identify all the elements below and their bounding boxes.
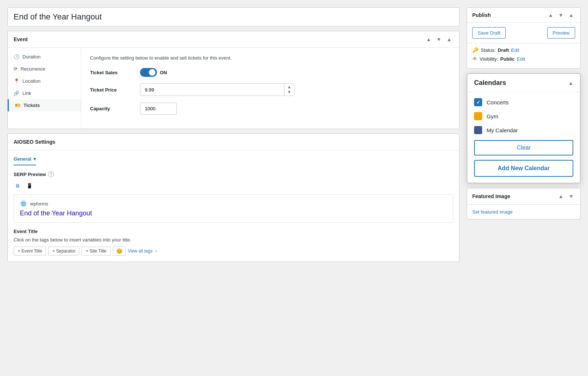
price-down-btn[interactable]: ▼ [285,90,293,95]
sidebar-item-tickets[interactable]: 🎫 Tickets [8,99,81,111]
calendar-item-gym: Gym [474,112,573,120]
location-icon: 📍 [14,78,19,84]
title-input-wrap [7,7,459,26]
serp-site-row: 🌐 wpforms [20,200,447,207]
capacity-row: Capacity [90,103,450,115]
calendars-title: Calendars [474,79,506,87]
calendar-item-concerts: ✓ Concerts [474,98,573,106]
event-content-description: Configure the setting below to enable an… [90,55,450,61]
featured-down-btn[interactable]: ▼ [567,193,575,200]
site-title-tag-btn[interactable]: + Site Title [82,247,110,255]
general-tab[interactable]: General ▾ [14,156,36,165]
separator-tag-btn[interactable]: + Separator [48,247,79,255]
ticket-price-input-wrap: ▲ ▼ [140,83,294,96]
status-label: Status: [481,47,495,53]
event-panel-title: Event [14,36,28,42]
save-draft-button[interactable]: Save Draft [472,27,506,39]
event-title-section: Event Title Click on the tags below to i… [14,229,453,256]
sidebar-item-label: Tickets [24,103,40,108]
capacity-label: Capacity [90,106,134,111]
mobile-device-btn[interactable]: 📱 [25,182,34,190]
clear-button[interactable]: Clear [474,140,573,155]
desktop-icon: 🖥 [15,183,20,189]
aioseo-header: AIOSEO Settings [8,134,459,150]
featured-image-body: Set featured image [467,205,580,219]
visibility-label: Visibility: [480,56,498,62]
calendars-header: Calendars ▲ [467,74,580,92]
event-title-description: Click on the tags below to insert variab… [14,237,453,243]
aioseo-panel: AIOSEO Settings General ▾ SERP Preview ?… [7,133,459,262]
mycalendar-label: My Calendar [487,127,518,133]
sidebar-item-recurrence[interactable]: ⟳ Recurrence [8,63,81,75]
ticket-sales-toggle[interactable] [140,68,157,77]
link-icon: 🔗 [14,90,19,96]
chevron-down-icon: ▾ [33,156,36,162]
help-icon[interactable]: ? [48,171,54,177]
mycalendar-checkbox[interactable] [474,126,482,134]
event-panel-down-btn[interactable]: ▼ [435,36,443,43]
sidebar-item-location[interactable]: 📍 Location [8,75,81,87]
emoji-tag-btn[interactable]: 😊 [113,246,126,256]
refresh-icon: ⟳ [14,66,18,72]
gym-checkbox[interactable] [474,112,482,120]
featured-panel-controls: ▲ ▼ [557,193,575,200]
event-panel-up-btn[interactable]: ▲ [424,36,433,43]
publish-meta: 🔑 Status: Draft Edit 👁 Visibility: Publi… [467,43,580,68]
event-panel-close-btn[interactable]: ▲ [445,36,453,43]
ticket-sales-label: Ticket Sales [90,70,134,75]
view-all-tags-link[interactable]: View all tags → [128,248,158,254]
right-sidebar: Publish ▲ ▼ ▲ Save Draft Preview 🔑 Statu… [467,7,581,369]
eye-icon: 👁 [472,56,477,62]
set-featured-image-link[interactable]: Set featured image [472,209,513,215]
serp-site-icon: 🌐 [20,200,27,207]
visibility-row: 👁 Visibility: Public Edit [472,56,575,62]
ticket-icon: 🎫 [15,103,21,108]
serp-preview-label: SERP Preview [14,172,46,177]
toggle-slider [140,68,157,77]
serp-site-name: wpforms [30,201,48,207]
event-title-tag-btn[interactable]: + Event Title [14,247,46,255]
sidebar-item-link[interactable]: 🔗 Link [8,87,81,99]
ticket-price-input[interactable] [140,84,284,96]
calendars-collapse-btn[interactable]: ▲ [568,80,573,86]
mobile-icon: 📱 [26,183,33,189]
publish-btn-row: Save Draft Preview [467,23,580,43]
publish-panel: Publish ▲ ▼ ▲ Save Draft Preview 🔑 Statu… [467,7,581,69]
serp-section: SERP Preview ? 🖥 📱 [14,171,453,223]
serp-device-row: 🖥 📱 [14,182,453,190]
tag-buttons-row: + Event Title + Separator + Site Title 😊… [14,246,453,256]
event-title-section-label: Event Title [14,229,453,234]
ticket-price-label: Ticket Price [90,87,134,93]
publish-up-btn[interactable]: ▲ [546,11,555,19]
general-tab-label: General [14,156,31,162]
serp-label: SERP Preview ? [14,171,453,177]
concerts-checkbox[interactable]: ✓ [474,98,482,106]
featured-up-btn[interactable]: ▲ [557,193,565,200]
calendar-item-mycalendar: My Calendar [474,126,573,134]
aioseo-body: General ▾ SERP Preview ? 🖥 📱 [8,150,459,262]
event-panel: Event ▲ ▼ ▲ 🕐 Duration ⟳ Recurrence [7,31,459,129]
add-new-calendar-button[interactable]: Add New Calendar [474,160,573,177]
preview-button[interactable]: Preview [547,27,575,39]
publish-down-btn[interactable]: ▼ [557,11,565,19]
status-value: Draft [498,47,509,53]
visibility-value: Public [500,56,514,62]
gym-label: Gym [487,113,498,119]
publish-panel-controls: ▲ ▼ ▲ [546,11,575,19]
price-up-btn[interactable]: ▲ [285,85,293,90]
sidebar-item-label: Recurrence [21,66,45,72]
featured-image-title: Featured Image [472,193,510,199]
desktop-device-btn[interactable]: 🖥 [14,182,21,190]
capacity-input[interactable] [140,103,177,115]
post-title-input[interactable] [8,8,459,26]
serp-preview-box: 🌐 wpforms End of the Year Hangout [14,194,453,223]
featured-image-panel: Featured Image ▲ ▼ Set featured image [467,188,581,219]
visibility-edit-link[interactable]: Edit [517,56,525,62]
sidebar-item-duration[interactable]: 🕐 Duration [8,51,81,63]
event-panel-controls: ▲ ▼ ▲ [424,36,453,43]
serp-title-text[interactable]: End of the Year Hangout [20,210,447,217]
ticket-sales-toggle-wrap: ON [140,68,167,77]
ticket-sales-row: Ticket Sales ON [90,68,450,77]
status-edit-link[interactable]: Edit [511,47,519,53]
publish-expand-btn[interactable]: ▲ [567,11,575,19]
